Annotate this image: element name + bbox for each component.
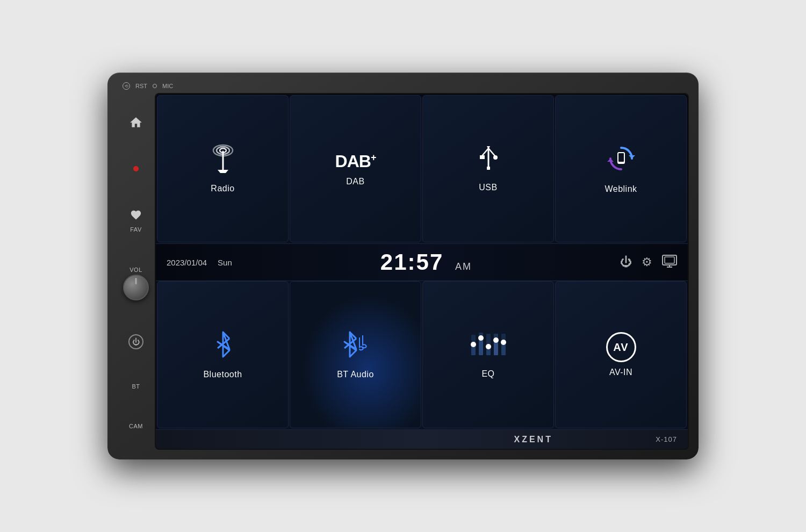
usb-tile[interactable]: USB <box>422 95 554 242</box>
usb-label: USB <box>479 183 497 192</box>
fav-label: FAV <box>130 226 141 233</box>
brand-name: XZENT <box>411 435 656 444</box>
main-screen: Radio DAB+ DAB <box>155 93 689 450</box>
svg-point-33 <box>486 344 491 349</box>
day-display: Sun <box>218 258 232 267</box>
fav-button[interactable]: FAV <box>126 205 146 233</box>
eq-tile[interactable]: EQ <box>422 281 554 428</box>
dab-label: DAB <box>346 177 364 186</box>
mic-label: MIC <box>162 83 173 89</box>
bt-audio-tile[interactable]: BT Audio <box>290 281 421 428</box>
usb-icon <box>477 145 500 177</box>
brand-bar: XZENT X-107 <box>156 429 688 449</box>
radio-label: Radio <box>211 184 234 193</box>
svg-rect-34 <box>494 341 498 355</box>
eq-label: EQ <box>481 369 494 379</box>
radio-icon <box>210 144 236 178</box>
svg-rect-28 <box>479 339 483 355</box>
svg-rect-15 <box>618 153 624 162</box>
svg-line-6 <box>482 148 488 156</box>
svg-marker-13 <box>607 159 614 162</box>
av-in-label: AV-IN <box>609 368 632 377</box>
svg-rect-11 <box>487 167 490 170</box>
svg-rect-18 <box>665 257 674 263</box>
rst-icon: ⟲ <box>123 82 130 90</box>
power-button[interactable]: ⏻ <box>128 334 143 349</box>
top-tiles-row: Radio DAB+ DAB <box>156 94 688 243</box>
settings-button[interactable]: ⚙ <box>642 255 652 269</box>
svg-point-36 <box>493 337 499 343</box>
bt-button[interactable]: BT <box>132 383 140 390</box>
bt-audio-icon <box>340 330 371 364</box>
svg-point-30 <box>478 335 484 341</box>
time-display: 21:57 AM <box>243 249 609 275</box>
power-icon: ⏻ <box>132 337 140 346</box>
rst-label: RST <box>135 83 147 89</box>
dab-tile[interactable]: DAB+ DAB <box>290 95 421 242</box>
av-circle: AV <box>606 332 636 362</box>
svg-marker-4 <box>218 170 228 173</box>
av-in-icon: AV <box>606 332 636 362</box>
av-in-tile[interactable]: AV AV-IN <box>555 281 687 428</box>
status-bar: 2023/01/04 Sun 21:57 AM ⏻ ⚙ <box>156 243 688 281</box>
volume-knob[interactable] <box>123 275 149 300</box>
mic-dot <box>153 84 157 88</box>
status-controls: ⏻ ⚙ <box>620 255 677 270</box>
model-name: X-107 <box>656 435 677 443</box>
bt-label: BT <box>132 383 140 390</box>
vol-knob-group: VOL <box>123 267 149 300</box>
weblink-label: Weblink <box>604 184 637 194</box>
ampm-display: AM <box>455 261 472 272</box>
weblink-icon <box>606 143 636 179</box>
bluetooth-tile[interactable]: Bluetooth <box>157 281 289 428</box>
date-display: 2023/01/04 <box>167 258 207 267</box>
bottom-tiles-row: Bluetooth <box>156 281 688 429</box>
bluetooth-label: Bluetooth <box>203 370 242 379</box>
svg-rect-37 <box>501 343 506 355</box>
left-side-panel: FAV VOL ⏻ BT CAM <box>117 93 155 450</box>
svg-point-9 <box>493 155 498 160</box>
svg-marker-12 <box>629 155 635 159</box>
bluetooth-icon <box>211 330 235 364</box>
car-stereo-device: ⟲ RST MIC FAV <box>107 73 699 459</box>
display-button[interactable] <box>662 255 677 270</box>
bt-audio-label: BT Audio <box>337 370 374 379</box>
vol-label: VOL <box>129 267 142 273</box>
svg-rect-8 <box>480 155 485 159</box>
svg-point-27 <box>471 342 476 347</box>
home-icon <box>129 116 143 130</box>
radio-tile[interactable]: Radio <box>157 95 289 242</box>
dab-icon: DAB+ <box>335 152 376 171</box>
svg-point-39 <box>501 340 506 345</box>
weblink-tile[interactable]: Weblink <box>555 95 687 242</box>
power-ctrl-button[interactable]: ⏻ <box>620 255 632 269</box>
home-button[interactable] <box>126 113 146 132</box>
cam-button[interactable]: CAM <box>129 423 143 429</box>
svg-line-7 <box>488 148 495 156</box>
fav-icon <box>130 209 142 221</box>
eq-icon <box>467 330 510 364</box>
cam-label: CAM <box>129 423 143 429</box>
top-indicators-bar: ⟲ RST MIC <box>117 82 689 93</box>
svg-point-16 <box>620 162 622 164</box>
red-indicator-dot <box>133 166 139 171</box>
